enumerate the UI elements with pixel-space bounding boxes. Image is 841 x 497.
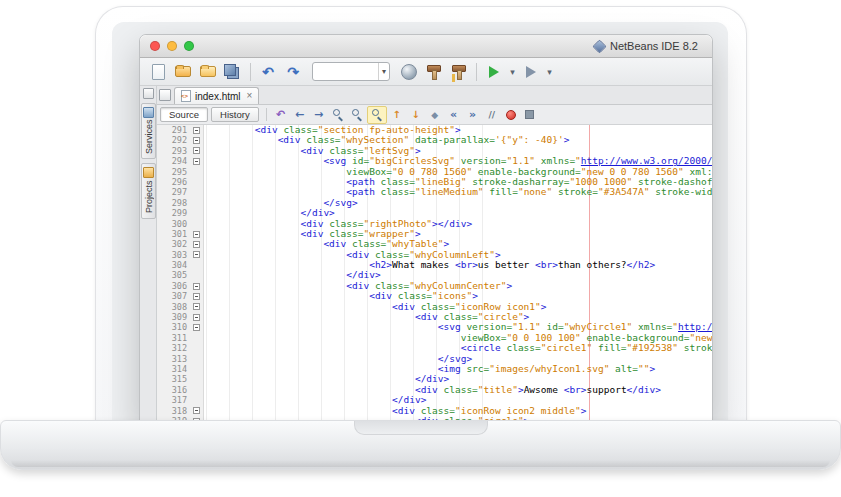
line-number[interactable]: 299 [157,208,190,218]
line-number[interactable]: 306 [157,281,190,291]
debug-project-icon[interactable] [519,60,543,83]
code-line[interactable]: 293 <div class="leftSvg"> [157,146,712,156]
shift-left-icon[interactable] [445,107,463,123]
fold-toggle-icon[interactable] [193,293,200,300]
code-line[interactable]: 313 </svg> [157,354,712,364]
line-number[interactable]: 293 [157,146,190,156]
sidebar-tab-services[interactable]: Services [141,103,156,159]
forward-icon[interactable] [310,107,328,123]
fold-toggle-icon[interactable] [193,407,200,414]
code-line[interactable]: 312 <circle class="circle1" fill="#19253… [157,343,712,353]
clean-build-icon[interactable] [447,60,471,83]
line-number[interactable]: 292 [157,135,190,145]
line-number[interactable]: 317 [157,395,190,405]
line-number[interactable]: 307 [157,291,190,301]
last-edit-icon[interactable] [272,107,290,123]
back-icon[interactable] [291,107,309,123]
line-number[interactable]: 303 [157,250,190,260]
line-number[interactable]: 297 [157,187,190,197]
code-line[interactable]: 295 viewBox="0 0 780 1560" enable-backgr… [157,167,712,177]
line-number[interactable]: 315 [157,374,190,384]
prev-bookmark-icon[interactable] [388,107,406,123]
run-project-icon[interactable] [482,60,506,83]
code-line[interactable]: 304 <h2>What makes <br>us better <br>tha… [157,260,712,270]
undo-icon[interactable] [256,60,280,83]
deploy-icon[interactable] [397,60,421,83]
tab-index-html[interactable]: index.html × [174,87,259,104]
line-number[interactable]: 291 [157,125,190,135]
code-line[interactable]: 294 <svg id="bigCirclesSvg" version="1.1… [157,156,712,166]
next-bookmark-icon[interactable] [407,107,425,123]
new-project-icon[interactable] [171,60,195,83]
code-line[interactable]: 314 <img src="images/whyIcon1.svg" alt="… [157,364,712,374]
line-number[interactable]: 304 [157,260,190,270]
build-project-icon[interactable] [422,60,446,83]
new-file-icon[interactable] [146,60,170,83]
code-line[interactable]: 300 <div class="rightPhoto"></div> [157,219,712,229]
run-dropdown-icon[interactable] [507,60,518,83]
find-occurrence-icon[interactable] [348,107,366,123]
open-project-icon[interactable] [196,60,220,83]
line-number[interactable]: 311 [157,333,190,343]
fold-toggle-icon[interactable] [193,324,200,331]
source-view-button[interactable]: Source [160,107,208,122]
line-number[interactable]: 308 [157,302,190,312]
line-number[interactable]: 313 [157,354,190,364]
code-line[interactable]: 305 </div> [157,270,712,280]
code-line[interactable]: 301 <div class="wrapper"> [157,229,712,239]
fold-toggle-icon[interactable] [193,314,200,321]
fold-toggle-icon[interactable] [193,303,200,310]
minimize-button[interactable] [167,41,177,51]
debug-dropdown-icon[interactable] [544,60,555,83]
code-line[interactable]: 302 <div class="whyTable"> [157,239,712,249]
fold-toggle-icon[interactable] [193,241,200,248]
fold-toggle-icon[interactable] [193,127,200,134]
line-number[interactable]: 296 [157,177,190,187]
line-number[interactable]: 301 [157,229,190,239]
save-all-icon[interactable] [221,60,245,83]
line-number[interactable]: 295 [157,167,190,177]
find-selection-icon[interactable] [329,107,347,123]
fold-toggle-icon[interactable] [193,251,200,258]
comment-icon[interactable] [483,107,501,123]
line-number[interactable]: 312 [157,343,190,353]
redo-icon[interactable] [281,60,305,83]
line-number[interactable]: 305 [157,270,190,280]
history-view-button[interactable]: History [211,107,259,122]
code-line[interactable]: 308 <div class="iconRow icon1"> [157,302,712,312]
stop-macro-icon[interactable] [521,107,539,123]
code-line[interactable]: 299 </div> [157,208,712,218]
code-line[interactable]: 291 <div class="section fp-auto-height"> [157,125,712,135]
sidebar-tab-projects[interactable]: Projects [141,163,156,219]
code-line[interactable]: 292 <div class="whySection" data-paralla… [157,135,712,145]
line-number[interactable]: 298 [157,198,190,208]
code-editor[interactable]: 291 <div class="section fp-auto-height">… [157,125,712,421]
code-line[interactable]: 306 <div class="whyColumnCenter"> [157,281,712,291]
code-line[interactable]: 307 <div class="icons"> [157,291,712,301]
code-line[interactable]: 309 <div class="circle"> [157,312,712,322]
tab-close-icon[interactable]: × [247,91,253,101]
line-number[interactable]: 310 [157,322,190,332]
code-line[interactable]: 296 <path class="lineBig" stroke-dasharr… [157,177,712,187]
fold-toggle-icon[interactable] [193,137,200,144]
code-line[interactable]: 311 viewBox="0 0 100 100" enable-backgro… [157,333,712,343]
start-macro-icon[interactable] [502,107,520,123]
document-list-icon[interactable] [159,89,171,101]
fold-toggle-icon[interactable] [193,231,200,238]
code-line[interactable]: 318 <div class="iconRow icon2 middle"> [157,406,712,416]
code-line[interactable]: 315 </div> [157,374,712,384]
code-line[interactable]: 310 <svg version="1.1" id="whyCircle1" x… [157,322,712,332]
line-number[interactable]: 318 [157,406,190,416]
shift-right-icon[interactable] [464,107,482,123]
code-line[interactable]: 317 </div> [157,395,712,405]
code-line[interactable]: 298 </svg> [157,198,712,208]
line-number[interactable]: 314 [157,364,190,374]
code-line[interactable]: 316 <div class="title">Awsome <br>suppor… [157,385,712,395]
combo-dropdown-icon[interactable]: ▾ [378,63,389,80]
toggle-highlight-icon[interactable] [367,106,387,124]
zoom-button[interactable] [184,41,194,51]
line-number[interactable]: 300 [157,219,190,229]
code-line[interactable]: 297 <path class="lineMedium" fill="none"… [157,187,712,197]
line-number[interactable]: 302 [157,239,190,249]
fold-toggle-icon[interactable] [193,158,200,165]
